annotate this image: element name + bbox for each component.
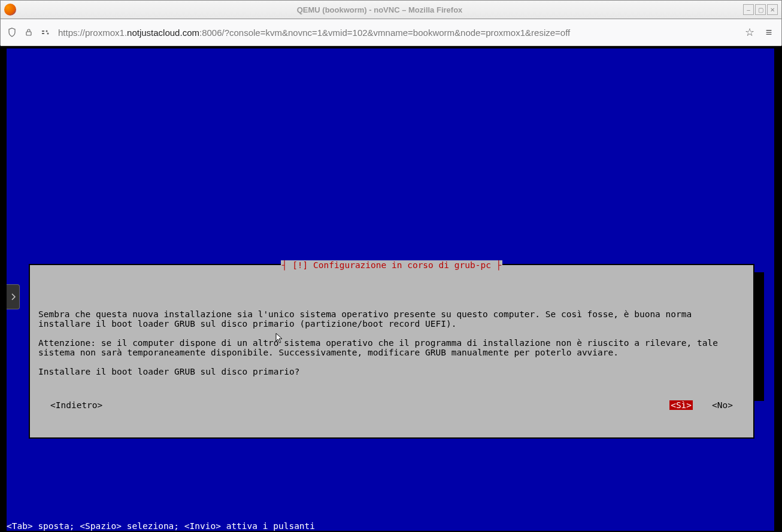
- dialog-para3: Installare il boot loader GRUB sul disco…: [38, 367, 300, 376]
- back-button[interactable]: <Indietro>: [50, 400, 102, 410]
- dialog-para2: Attenzione: se il computer dispone di un…: [38, 338, 723, 357]
- url-prefix: https://proxmox1.: [58, 28, 127, 38]
- svg-point-3: [46, 31, 48, 32]
- window-title: QEMU (bookworm) - noVNC – Mozilla Firefo…: [16, 5, 743, 14]
- no-button[interactable]: <No>: [712, 400, 733, 410]
- hamburger-menu-icon[interactable]: ≡: [762, 26, 775, 39]
- shield-icon[interactable]: [7, 27, 17, 38]
- dialog-para1: Sembra che questa nuova installazione si…: [38, 309, 697, 329]
- dialog-body: Sembra che questa nuova installazione si…: [34, 297, 750, 381]
- window-minimize-button[interactable]: –: [743, 4, 754, 15]
- svg-rect-0: [26, 32, 31, 35]
- url-suffix: :8006/?console=kvm&novnc=1&vmid=102&vmna…: [199, 28, 570, 38]
- dialog-title: ┤ [!] Configurazione in corso di grub-pc…: [34, 260, 750, 270]
- firefox-icon: [4, 4, 16, 16]
- window-controls: – ▢ ✕: [743, 4, 778, 15]
- permissions-icon[interactable]: [40, 27, 51, 38]
- vnc-container: ┤ [!] Configurazione in corso di grub-pc…: [1, 45, 781, 531]
- svg-rect-2: [42, 33, 44, 34]
- window-titlebar: QEMU (bookworm) - noVNC – Mozilla Firefo…: [0, 0, 782, 19]
- mouse-cursor-icon: [275, 333, 284, 343]
- novnc-panel-handle[interactable]: [7, 284, 20, 309]
- url-text[interactable]: https://proxmox1.notjustacloud.com:8006/…: [58, 28, 736, 38]
- browser-toolbar: https://proxmox1.notjustacloud.com:8006/…: [0, 19, 782, 45]
- lock-icon[interactable]: [23, 27, 34, 38]
- window-close-button[interactable]: ✕: [767, 4, 778, 15]
- yes-button[interactable]: <Sì>: [669, 400, 693, 410]
- url-host: notjustacloud.com: [127, 28, 199, 38]
- window-maximize-button[interactable]: ▢: [755, 4, 766, 15]
- keyboard-hint-bar: <Tab> sposta; <Spazio> seleziona; <Invio…: [7, 521, 774, 531]
- svg-point-4: [47, 33, 49, 35]
- address-bar[interactable]: https://proxmox1.notjustacloud.com:8006/…: [7, 26, 756, 39]
- bookmark-star-icon[interactable]: ☆: [743, 26, 756, 39]
- svg-rect-1: [42, 31, 44, 32]
- grub-config-dialog: ┤ [!] Configurazione in corso di grub-pc…: [29, 264, 754, 439]
